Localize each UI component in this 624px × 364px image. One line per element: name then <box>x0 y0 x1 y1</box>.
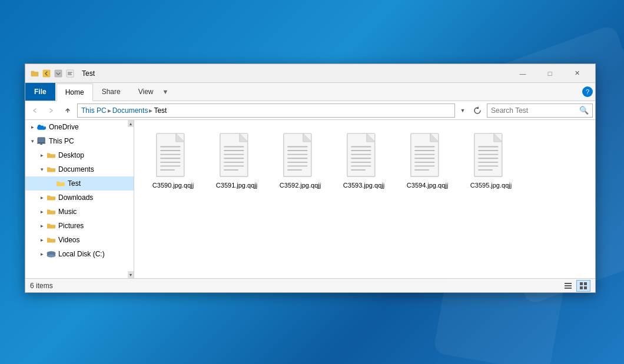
file-item-1[interactable]: C3591.jpg.qqjj <box>207 129 266 192</box>
tab-share[interactable]: Share <box>93 83 130 101</box>
svg-rect-5 <box>40 143 42 145</box>
file-name-2: C3592.jpg.qqjj <box>280 182 321 189</box>
ribbon: File Home Share View ▼ ? <box>25 83 595 101</box>
window-controls: ― □ ✕ <box>509 64 590 83</box>
forward-button[interactable] <box>44 103 58 118</box>
sidebar-item-test[interactable]: ▸ Test <box>25 176 134 191</box>
svg-rect-3 <box>38 138 45 143</box>
address-dropdown-button[interactable]: ▼ <box>457 103 468 118</box>
view-buttons <box>561 280 590 292</box>
file-name-3: C3593.jpg.qqjj <box>343 182 384 189</box>
minimize-button[interactable]: ― <box>509 64 536 83</box>
status-item-count: 6 items <box>30 282 561 290</box>
sidebar-item-desktop[interactable]: ▸ Desktop <box>25 148 134 162</box>
file-name-0: C3590.jpg.qqjj <box>152 182 194 189</box>
file-icon-4 <box>407 132 448 179</box>
file-name-4: C3594.jpg.qqjj <box>407 182 448 189</box>
expand-test-icon: ▸ <box>47 179 56 188</box>
search-button[interactable]: 🔍 <box>579 106 589 115</box>
files-grid: C3590.jpg.qqjj C3591.jpg.qqjj <box>139 125 590 196</box>
sidebar-item-documents[interactable]: ▾ Documents <box>25 162 134 176</box>
onedrive-label: OneDrive <box>49 123 79 131</box>
breadcrumb-bar[interactable]: This PC ▸ Documents ▸ Test <box>77 103 455 118</box>
file-icon-3 <box>343 132 384 179</box>
title-back-icon <box>42 69 51 78</box>
videos-label: Videos <box>58 236 79 244</box>
sidebar: ▲ ▸ OneDrive ▾ This PC <box>25 120 134 278</box>
quick-access-icon[interactable] <box>65 69 75 78</box>
search-input[interactable] <box>491 106 579 115</box>
expand-onedrive-icon: ▸ <box>28 122 37 132</box>
tab-home[interactable]: Home <box>57 84 93 101</box>
svg-rect-0 <box>43 70 50 77</box>
svg-rect-66 <box>580 282 583 285</box>
sidebar-item-videos[interactable]: ▸ Videos <box>25 233 134 247</box>
pictures-folder-icon <box>47 221 56 231</box>
desktop-label: Desktop <box>58 151 84 159</box>
sidebar-item-downloads[interactable]: ▸ Downloads <box>25 191 134 205</box>
expand-thispc-icon: ▾ <box>28 136 37 146</box>
view-large-icons-button[interactable] <box>576 280 590 292</box>
svg-rect-4 <box>37 143 45 144</box>
view-details-button[interactable] <box>561 280 575 292</box>
file-item-4[interactable]: C3594.jpg.qqjj <box>398 129 457 192</box>
title-folder-icon <box>30 69 39 78</box>
sidebar-item-localdisk[interactable]: ▸ Local Disk (C:) <box>25 247 134 261</box>
file-icon-0 <box>152 132 194 179</box>
file-icon-5 <box>470 132 512 179</box>
sidebar-item-thispc[interactable]: ▾ This PC <box>25 134 134 148</box>
ribbon-tabs: File Home Share View ▼ ? <box>25 83 595 101</box>
file-item-3[interactable]: C3593.jpg.qqjj <box>334 129 393 192</box>
breadcrumb-sep-1: ▸ <box>108 106 111 115</box>
sidebar-scroll-down[interactable]: ▼ <box>128 271 134 278</box>
test-label: Test <box>68 179 81 188</box>
svg-rect-67 <box>584 282 587 285</box>
sidebar-item-pictures[interactable]: ▸ Pictures <box>25 219 134 233</box>
ribbon-collapse-icon[interactable]: ▼ <box>162 88 169 95</box>
svg-rect-68 <box>580 286 583 289</box>
breadcrumb-thispc[interactable]: This PC <box>81 106 107 115</box>
sidebar-item-onedrive[interactable]: ▸ OneDrive <box>25 120 134 134</box>
svg-rect-69 <box>584 286 587 289</box>
breadcrumb-test: Test <box>154 106 167 115</box>
pictures-label: Pictures <box>58 222 84 230</box>
breadcrumb-sep-2: ▸ <box>149 106 152 115</box>
file-area: C3590.jpg.qqjj C3591.jpg.qqjj <box>134 120 595 278</box>
file-icon-1 <box>216 132 257 179</box>
music-folder-icon <box>47 207 56 216</box>
tab-view[interactable]: View <box>130 83 162 101</box>
test-folder-icon <box>56 179 65 188</box>
svg-rect-64 <box>565 285 572 286</box>
svg-rect-1 <box>55 70 62 77</box>
file-item-2[interactable]: C3592.jpg.qqjj <box>271 129 330 192</box>
status-bar: 6 items <box>25 278 595 292</box>
window-title: Test <box>79 69 509 78</box>
title-bar: Test ― □ ✕ <box>25 64 595 83</box>
expand-desktop-icon: ▸ <box>37 151 47 160</box>
title-bar-icons <box>30 69 75 78</box>
thispc-icon <box>37 136 47 146</box>
file-name-1: C3591.jpg.qqjj <box>216 182 257 189</box>
onedrive-icon <box>37 122 47 132</box>
expand-downloads-icon: ▸ <box>37 193 47 202</box>
desktop-folder-icon <box>47 151 56 160</box>
downloads-folder-icon <box>47 193 56 202</box>
expand-pictures-icon: ▸ <box>37 221 47 231</box>
expand-music-icon: ▸ <box>37 207 47 216</box>
documents-folder-icon <box>47 165 56 174</box>
close-button[interactable]: ✕ <box>563 64 590 83</box>
file-item-5[interactable]: C3595.jpg.qqjj <box>462 129 520 192</box>
maximize-button[interactable]: □ <box>536 64 563 83</box>
title-down-icon[interactable] <box>54 69 63 78</box>
breadcrumb-documents[interactable]: Documents <box>112 106 148 115</box>
file-item-0[interactable]: C3590.jpg.qqjj <box>144 129 203 192</box>
help-button[interactable]: ? <box>582 86 593 97</box>
tab-file[interactable]: File <box>25 83 55 101</box>
back-button[interactable] <box>28 103 42 118</box>
file-explorer-window: Test ― □ ✕ File Home Share View ▼ ? This… <box>25 64 596 293</box>
file-name-5: C3595.jpg.qqjj <box>470 182 512 189</box>
up-button[interactable] <box>61 103 75 118</box>
sidebar-item-music[interactable]: ▸ Music <box>25 205 134 219</box>
videos-folder-icon <box>47 235 56 245</box>
refresh-button[interactable] <box>470 103 484 118</box>
